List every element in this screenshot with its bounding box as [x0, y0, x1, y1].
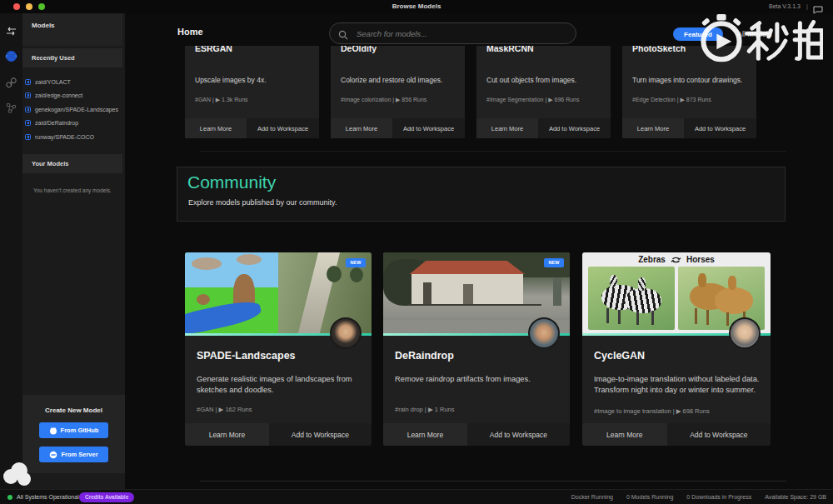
- add-to-workspace-button[interactable]: Add to Workspace: [684, 118, 756, 138]
- model-description: Remove raindrop artifacts from images.: [395, 374, 560, 385]
- featured-card-esrgan: ESRGAN Upscale images by 4x. #GAN | ▶ 1.…: [185, 46, 319, 138]
- version-label: Beta V.3.1.3: [769, 3, 801, 9]
- divider: |: [806, 3, 808, 9]
- tab-featured[interactable]: Featured: [673, 27, 723, 41]
- model-meta: #GAN | ▶ 162 Runs: [197, 406, 252, 413]
- model-meta: #Image to image translation | ▶ 698 Runs: [594, 407, 710, 415]
- status-right-group: Docker Running 0 Models Running 0 Downlo…: [571, 494, 826, 500]
- model-meta: #image colorization | ▶ 856 Runs: [341, 97, 426, 103]
- from-server-button[interactable]: From Server: [39, 447, 108, 462]
- model-item-label: zaid/edge-connect: [35, 92, 82, 98]
- model-icon: [25, 134, 31, 140]
- creator-avatar: [729, 317, 761, 349]
- learn-more-button[interactable]: Learn More: [383, 423, 467, 446]
- sidebar-item-recent[interactable]: genekogan/SPADE-Landscapes: [25, 102, 123, 116]
- credits-badge[interactable]: Credits Available: [79, 492, 134, 502]
- add-to-workspace-button[interactable]: Add to Workspace: [667, 423, 771, 446]
- sidebar-top: [22, 13, 122, 46]
- home-heading: Home: [177, 27, 203, 37]
- model-icon: [25, 120, 31, 126]
- search-input[interactable]: [329, 22, 576, 44]
- server-icon: [49, 451, 57, 459]
- model-name: DeOldify: [341, 46, 377, 53]
- community-card-spade-landscapes: NEW SPADE-Landscapes Generate realistic …: [185, 252, 372, 446]
- sidebar-item-recent[interactable]: runway/SPADE-COCO: [25, 130, 123, 143]
- search-icon: [338, 28, 348, 43]
- model-icon: [25, 92, 31, 98]
- model-meta: #GAN | ▶ 1.3k Runs: [195, 97, 248, 103]
- learn-more-button[interactable]: Learn More: [476, 118, 538, 138]
- learn-more-button[interactable]: Learn More: [185, 423, 269, 446]
- community-subtitle: Explore models published by our communit…: [188, 198, 337, 207]
- models-running-status: 0 Models Running: [626, 494, 673, 500]
- add-to-workspace-button[interactable]: Add to Workspace: [247, 118, 319, 138]
- model-name: ESRGAN: [195, 46, 232, 53]
- sidebar-item-recent[interactable]: zaid/DeRaindrop: [25, 116, 123, 129]
- section-divider: [200, 151, 786, 152]
- featured-card-maskrcnn: MaskRCNN Cut out objects from images. #I…: [476, 46, 611, 138]
- creator-avatar: [330, 317, 362, 349]
- sidebar-item-recent[interactable]: zaid/edge-connect: [25, 88, 123, 102]
- section-divider: [200, 481, 786, 482]
- model-description: Generate realistic images of landscapes …: [197, 374, 362, 397]
- learn-more-button[interactable]: Learn More: [185, 118, 247, 138]
- model-name: CycleGAN: [594, 350, 645, 362]
- models-globe-icon[interactable]: [5, 50, 17, 62]
- sidebar-title: Models: [32, 22, 55, 29]
- community-title: Community: [187, 172, 276, 192]
- new-badge: NEW: [346, 258, 366, 267]
- model-meta: #rain drop | ▶ 1 Runs: [395, 406, 455, 413]
- model-description: Turn images into contour drawings.: [632, 76, 750, 84]
- window-title: Browse Models: [0, 2, 833, 10]
- model-name: DeRaindrop: [395, 350, 454, 362]
- from-server-label: From Server: [61, 451, 97, 458]
- downloads-status: 0 Downloads in Progress: [686, 494, 751, 500]
- from-github-button[interactable]: From GitHub: [39, 422, 108, 438]
- cycle-arrows-icon: [671, 256, 681, 264]
- tab-all-models[interactable]: All Models: [737, 30, 772, 38]
- sidebar-item-recent[interactable]: zaid/YOLACT: [25, 75, 123, 88]
- link-icon[interactable]: [5, 77, 17, 89]
- model-description: Upscale images by 4x.: [195, 76, 312, 84]
- add-to-workspace-button[interactable]: Add to Workspace: [538, 118, 611, 138]
- miaopai-watermark-text: [745, 20, 823, 65]
- docker-status: Docker Running: [571, 494, 613, 500]
- caption-horses: Horses: [686, 255, 715, 264]
- recently-used-header: Recently Used: [22, 48, 122, 67]
- community-card-cyclegan: Zebras Horses: [582, 252, 771, 446]
- model-name: PhotoSketch: [632, 46, 686, 53]
- new-badge: NEW: [544, 258, 564, 267]
- swap-icon[interactable]: [5, 25, 17, 37]
- model-item-label: runway/SPADE-COCO: [35, 134, 94, 140]
- caption-zebras: Zebras: [638, 255, 666, 264]
- your-models-header: Your Models: [22, 154, 122, 173]
- learn-more-button[interactable]: Learn More: [582, 423, 667, 446]
- model-icon: [25, 79, 31, 85]
- featured-card-photosketch: PhotoSketch Turn images into contour dra…: [622, 46, 756, 138]
- app-window: Browse Models Beta V.3.1.3 | Models Rece…: [0, 0, 833, 504]
- model-item-label: zaid/DeRaindrop: [35, 120, 78, 126]
- learn-more-button[interactable]: Learn More: [331, 118, 392, 138]
- add-to-workspace-button[interactable]: Add to Workspace: [392, 118, 465, 138]
- model-icon: [25, 107, 31, 112]
- available-space-status: Available Space: 29 GB: [765, 494, 826, 500]
- creator-avatar: [528, 317, 560, 349]
- model-item-label: genekogan/SPADE-Landscapes: [35, 107, 118, 112]
- github-icon: [49, 427, 57, 435]
- empty-models-message: You haven't created any models.: [33, 187, 112, 193]
- network-icon[interactable]: [5, 102, 17, 114]
- model-name: SPADE-Landscapes: [197, 350, 296, 362]
- system-status-label: All Systems Operational: [17, 494, 79, 500]
- status-green-dot: [7, 495, 12, 500]
- feedback-chat-icon[interactable]: [813, 2, 823, 17]
- learn-more-button[interactable]: Learn More: [622, 118, 684, 138]
- create-model-title: Create New Model: [22, 407, 125, 414]
- add-to-workspace-button[interactable]: Add to Workspace: [467, 423, 570, 446]
- model-item-label: zaid/YOLACT: [35, 79, 71, 85]
- model-meta: #Edge Detection | ▶ 873 Runs: [632, 97, 711, 103]
- from-github-label: From GitHub: [61, 427, 99, 434]
- add-to-workspace-button[interactable]: Add to Workspace: [269, 423, 372, 446]
- model-description: Colorize and restore old images.: [341, 76, 458, 84]
- community-card-deraindrop: NEW DeRaindrop Remove raindrop artifacts…: [383, 252, 570, 446]
- model-meta: #Image Segmentation | ▶ 696 Runs: [486, 97, 580, 103]
